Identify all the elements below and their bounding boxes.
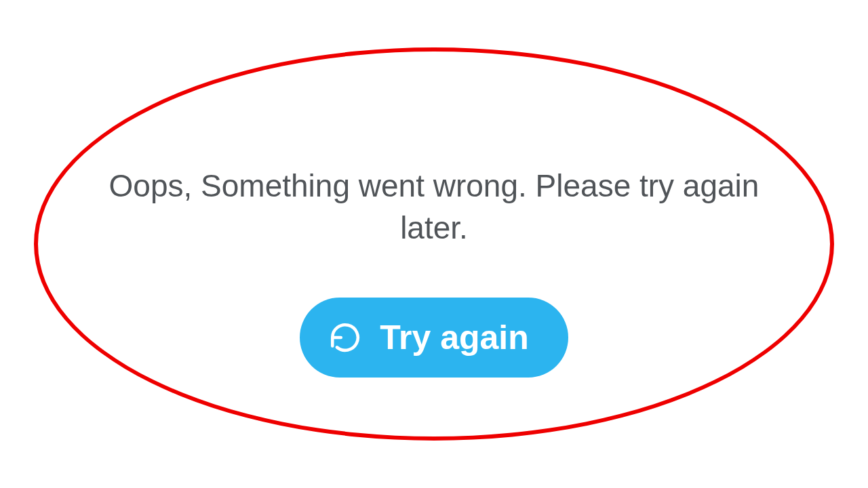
- error-message: Oops, Something went wrong. Please try a…: [95, 165, 773, 249]
- try-again-label: Try again: [380, 318, 529, 357]
- error-container: Oops, Something went wrong. Please try a…: [27, 34, 841, 454]
- error-content: Oops, Something went wrong. Please try a…: [95, 165, 773, 378]
- refresh-icon: [328, 321, 362, 354]
- try-again-button[interactable]: Try again: [300, 298, 568, 378]
